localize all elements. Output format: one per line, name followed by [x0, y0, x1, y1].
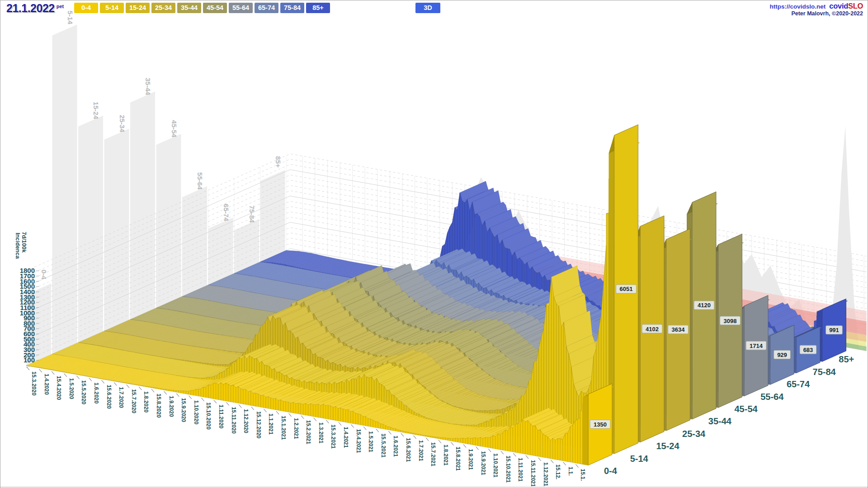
ghost-bar-label-85+: 85+ [274, 156, 282, 168]
y-tick-1800: 1800 [20, 267, 35, 274]
current-value-55-64: 1714 [750, 343, 763, 349]
date-label-12: 15.9.2020 [180, 398, 187, 422]
age-filter-0-4[interactable]: 0-4 [74, 3, 98, 13]
current-value-75-84: 683 [803, 347, 813, 353]
date-label-10: 15.8.2020 [156, 394, 162, 418]
ghost-bar-label-5-14: 5-14 [66, 11, 74, 25]
date-label-36: 15.9.2021 [480, 451, 486, 475]
current-value-5-14: 6051 [620, 286, 633, 292]
date-label-1: 1.4.2020 [43, 374, 50, 395]
date-label-44: 15.1. [580, 469, 586, 481]
date-label-21: 1.2.2021 [293, 418, 299, 439]
age-filter-5-14[interactable]: 5-14 [100, 3, 124, 13]
age-filter-15-24[interactable]: 15-24 [126, 3, 150, 13]
date-label-8: 15.7.2020 [131, 389, 137, 413]
age-filter-35-44[interactable]: 35-44 [177, 3, 201, 13]
date-label: 21.1.2022 [6, 2, 55, 14]
date-label-40: 15.11.2021 [530, 460, 536, 487]
author-credit: Peter Malovrh, ©2020-2022 [770, 10, 863, 17]
date-label-11: 1.9.2020 [168, 396, 175, 417]
y-axis-title-line1: 7d/100k [21, 232, 27, 253]
date-label-22: 15.2.2021 [305, 420, 311, 445]
date-label-15: 1.11.2020 [218, 405, 224, 429]
age-filter-65-74[interactable]: 65-74 [255, 3, 278, 13]
current-value-0-4: 1350 [594, 421, 607, 428]
date-label-30: 15.6.2021 [405, 438, 411, 462]
age-filter-25-34[interactable]: 25-34 [151, 3, 175, 13]
date-label-20: 15.1.2021 [280, 416, 287, 440]
y-axis-title-line2: Incidenca [14, 233, 21, 259]
date-label-41: 1.12.2021 [542, 462, 549, 487]
age-filter-bar: 0-45-1415-2425-3435-4445-5455-6465-7475-… [74, 3, 330, 13]
age-filter-75-84[interactable]: 75-84 [280, 3, 304, 13]
date-label-7: 1.7.2020 [118, 387, 124, 408]
date-label-26: 15.4.2021 [355, 429, 362, 453]
ghost-bar-5-14 [52, 24, 77, 357]
ghost-bar-85+ [260, 170, 285, 264]
frame-bottom-line [0, 486, 868, 487]
date-label-43: 1.1. [567, 467, 574, 476]
age-axis-label-55-64: 55-64 [760, 392, 784, 402]
date-label-14: 15.10.2020 [205, 403, 212, 430]
mode-3d-button[interactable]: 3D [415, 3, 440, 13]
date-label-2: 15.4.2020 [56, 376, 62, 400]
current-value-15-24: 4102 [646, 326, 659, 333]
date-label-16: 15.11.2020 [231, 407, 237, 434]
ghost-bar-55-64 [182, 186, 207, 299]
covidslo-app: 0-45-1415-2425-3435-4445-5455-6465-7475-… [0, 0, 868, 488]
date-label-9: 1.8.2020 [143, 391, 149, 413]
date-label-29: 1.6.2021 [392, 436, 399, 457]
age-axis-label-75-84: 75-84 [813, 367, 836, 377]
date-label-24: 15.3.2021 [330, 425, 336, 449]
age-axis-label-5-14: 5-14 [630, 454, 649, 464]
date-label-32: 15.7.2021 [430, 442, 436, 467]
incidence-3d-chart: 0-45-1415-2425-3435-4445-5455-6465-7475-… [0, 0, 868, 488]
ghost-bar-label-15-24: 15-24 [92, 102, 100, 119]
covidslo-logo[interactable]: covidSLO [829, 2, 863, 10]
date-label-37: 1.10.2021 [492, 453, 499, 478]
age-filter-45-54[interactable]: 45-54 [203, 3, 227, 13]
date-label-19: 1.1.2021 [268, 413, 274, 435]
age-axis-label-0-4: 0-4 [604, 466, 618, 476]
date-label-25: 1.4.2021 [343, 427, 349, 448]
date-label-4: 15.5.2020 [80, 380, 87, 405]
date-label-35: 1.9.2021 [467, 449, 474, 470]
ghost-bar-label-45-54: 45-54 [170, 120, 178, 138]
date-label-0: 15.3.2020 [31, 371, 37, 396]
age-axis-label-15-24: 15-24 [656, 441, 679, 451]
age-axis-label-35-44: 35-44 [708, 416, 732, 426]
date-label-28: 15.5.2021 [380, 433, 387, 458]
current-value-65-74: 929 [777, 352, 787, 358]
date-label-23: 1.3.2021 [318, 422, 324, 444]
date-label-17: 1.12.2020 [243, 409, 249, 433]
weekday-label: pet [57, 4, 64, 9]
age-filter-55-64[interactable]: 55-64 [229, 3, 253, 13]
age-axis-label-25-34: 25-34 [682, 429, 706, 439]
ghost-bar-label-55-64: 55-64 [196, 172, 204, 190]
date-label-38: 15.10.2021 [505, 455, 511, 483]
age-axis-label-45-54: 45-54 [735, 404, 758, 414]
date-label-31: 1.7.2021 [418, 440, 424, 461]
age-axis-label-85+: 85+ [839, 354, 854, 364]
date-label-6: 15.6.2020 [106, 385, 112, 409]
current-value-85+: 991 [829, 327, 839, 333]
date-label-13: 1.10.2020 [193, 400, 199, 425]
date-label-34: 15.8.2021 [455, 447, 461, 471]
current-value-45-54: 3098 [724, 318, 737, 324]
date-label-42: 15.12. [555, 465, 561, 479]
date-label-39: 1.11.2021 [517, 458, 524, 482]
age-filter-85+[interactable]: 85+ [306, 3, 330, 13]
ghost-bar-label-35-44: 35-44 [144, 78, 152, 95]
header-links: https://covidslo.netcovidSLO Peter Malov… [770, 3, 863, 17]
ghost-bar-label-0-4: 0-4 [40, 270, 48, 280]
date-label-33: 1.8.2021 [443, 445, 449, 466]
date-label-27: 1.5.2021 [368, 431, 374, 452]
date-label-3: 1.5.2020 [68, 378, 75, 399]
current-date: 21.1.2022pet [6, 2, 64, 15]
current-value-25-34: 3634 [672, 326, 685, 333]
current-value-35-44: 4120 [698, 302, 711, 309]
date-label-5: 1.6.2020 [93, 383, 99, 404]
date-label-18: 15.12.2020 [255, 411, 262, 438]
age-axis-label-65-74: 65-74 [787, 379, 810, 389]
site-url-link[interactable]: https://covidslo.net [770, 3, 826, 10]
